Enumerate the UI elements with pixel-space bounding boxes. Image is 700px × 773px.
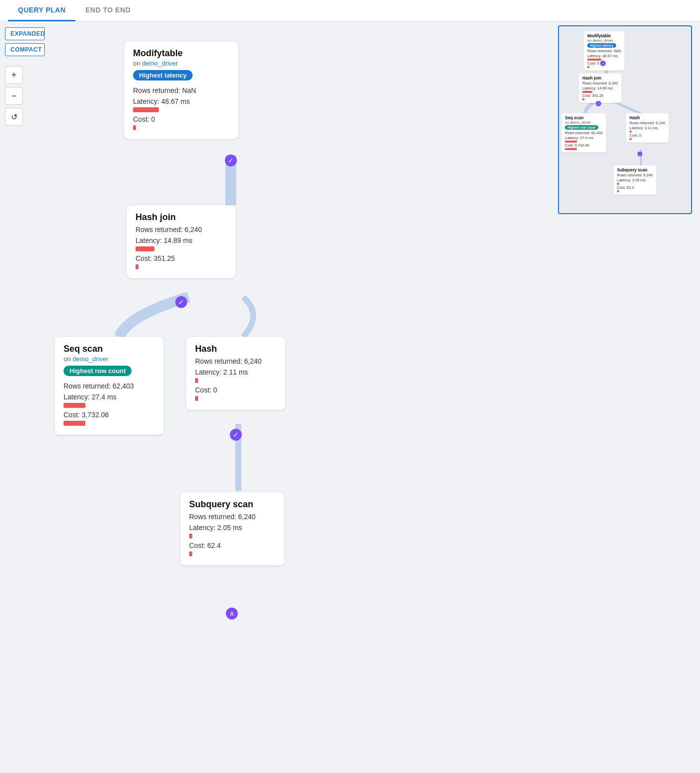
modifytable-cost: Cost: 0	[133, 115, 229, 123]
diagram-area: Modifytable on demo_driver Highest laten…	[0, 21, 700, 771]
modifytable-title: Modifytable	[133, 48, 229, 59]
zoom-in-button[interactable]: +	[5, 66, 23, 84]
tab-end-to-end[interactable]: END TO END	[75, 0, 140, 21]
subquery-scan-cost-bar	[189, 551, 276, 556]
hash-join-card: Hash join Rows returned: 6,240 Latency: …	[127, 205, 236, 278]
mini-circle-2: ✓	[596, 101, 601, 106]
mini-hash: Hash Rows returned: 6,240 Latency: 2.11 …	[626, 113, 669, 143]
seq-scan-latency-bar	[64, 403, 155, 408]
seq-scan-cost-bar	[64, 421, 155, 426]
hash-join-rows: Rows returned: 6,240	[136, 226, 227, 233]
tab-bar: QUERY PLAN END TO END	[0, 0, 700, 21]
mini-hash-join: Hash join Rows returned: 6,240 Latency: …	[579, 74, 622, 103]
seq-scan-card: Seq scan on demo_driver Highest row coun…	[55, 337, 164, 435]
expanded-button[interactable]: EXPANDED	[5, 27, 45, 40]
zoom-out-button[interactable]: −	[5, 87, 23, 105]
modifytable-subtitle: on demo_driver	[133, 60, 229, 67]
hash-join-cost-bar	[136, 264, 227, 269]
hash-join-latency: Latency: 14.89 ms	[136, 236, 227, 244]
hash-join-title: Hash join	[136, 212, 227, 223]
connector-circle-3: ✓	[230, 429, 242, 441]
connector-circle-2: ✓	[175, 296, 187, 308]
seq-scan-badge: Highest row count	[64, 366, 132, 376]
seq-scan-rows: Rows returned: 62,403	[64, 382, 155, 390]
tab-query-plan[interactable]: QUERY PLAN	[8, 0, 75, 21]
hash-latency-bar	[195, 378, 277, 383]
main-area: EXPANDED COMPACT + − ↺ Modifytable on de…	[0, 21, 700, 771]
mini-map: Modifytable on demo_driver Highest laten…	[558, 25, 692, 214]
left-controls: EXPANDED COMPACT + − ↺	[0, 21, 50, 132]
seq-scan-title: Seq scan	[64, 344, 155, 354]
seq-scan-latency: Latency: 27.4 ms	[64, 393, 155, 401]
subquery-scan-latency-bar	[189, 534, 276, 539]
hash-cost-bar	[195, 396, 277, 401]
hash-join-cost: Cost: 351.25	[136, 254, 227, 262]
modifytable-rows: Rows returned: NaN	[133, 86, 229, 94]
modifytable-latency-bar	[133, 107, 229, 112]
subquery-scan-card: Subquery scan Rows returned: 6,240 Laten…	[180, 492, 284, 565]
modifytable-card: Modifytable on demo_driver Highest laten…	[124, 41, 238, 139]
scroll-up-icon[interactable]: ∧	[226, 608, 238, 619]
mini-seq-scan: Seq scan on demo_driver Highest row coun…	[561, 113, 606, 153]
modifytable-cost-bar	[133, 125, 229, 130]
hash-rows: Rows returned: 6,240	[195, 357, 277, 365]
mini-circle-1: ✓	[600, 61, 606, 66]
hash-cost: Cost: 0	[195, 386, 277, 394]
mini-circle-3: ✓	[637, 152, 642, 156]
mini-subquery-scan: Subquery scan Rows returned: 6,240 Laten…	[614, 165, 656, 195]
connector-circle-1: ✓	[225, 155, 237, 166]
seq-scan-subtitle: on demo_driver	[64, 355, 155, 363]
seq-scan-cost: Cost: 3,732.06	[64, 411, 155, 419]
reset-button[interactable]: ↺	[5, 108, 23, 126]
hash-join-latency-bar	[136, 246, 227, 251]
hash-card: Hash Rows returned: 6,240 Latency: 2.11 …	[186, 337, 285, 410]
modifytable-latency: Latency: 48.67 ms	[133, 97, 229, 105]
subquery-scan-title: Subquery scan	[189, 499, 276, 510]
subquery-scan-rows: Rows returned: 6,240	[189, 513, 276, 521]
subquery-scan-cost: Cost: 62.4	[189, 541, 276, 549]
hash-latency: Latency: 2.11 ms	[195, 368, 277, 376]
subquery-scan-latency: Latency: 2.05 ms	[189, 524, 276, 532]
compact-button[interactable]: COMPACT	[5, 43, 45, 56]
hash-title: Hash	[195, 344, 277, 354]
modifytable-badge: Highest latency	[133, 70, 193, 80]
